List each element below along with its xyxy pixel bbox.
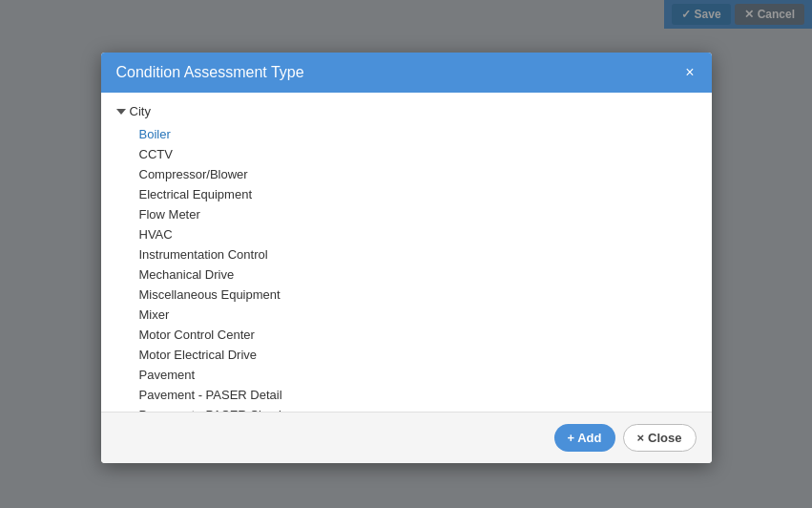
close-label: Close <box>648 431 681 445</box>
list-item[interactable]: Mechanical Drive <box>135 265 697 285</box>
list-item[interactable]: Pavement - PASER Simple <box>135 405 697 412</box>
list-item[interactable]: Motor Control Center <box>135 325 697 345</box>
city-group-label: City <box>130 104 151 118</box>
modal-footer: + Add × Close <box>101 412 712 463</box>
chevron-down-icon <box>116 109 126 115</box>
list-item[interactable]: Motor Electrical Drive <box>135 345 697 365</box>
list-item[interactable]: CCTV <box>135 144 697 164</box>
list-item[interactable]: HVAC <box>135 224 697 244</box>
modal-title: Condition Assessment Type <box>116 64 304 81</box>
items-list: BoilerCCTVCompressor/BlowerElectrical Eq… <box>116 124 697 412</box>
modal-header: Condition Assessment Type × <box>101 53 712 93</box>
list-item[interactable]: Boiler <box>135 124 697 144</box>
condition-assessment-modal: Condition Assessment Type × City BoilerC… <box>101 53 712 463</box>
list-item[interactable]: Instrumentation Control <box>135 244 697 265</box>
modal-body: City BoilerCCTVCompressor/BlowerElectric… <box>101 93 712 412</box>
list-item[interactable]: Compressor/Blower <box>135 164 697 184</box>
list-item[interactable]: Miscellaneous Equipment <box>135 285 697 305</box>
close-button[interactable]: × Close <box>623 424 697 452</box>
list-item[interactable]: Flow Meter <box>135 204 697 224</box>
add-button[interactable]: + Add <box>554 424 615 452</box>
modal-overlay: Condition Assessment Type × City BoilerC… <box>0 0 812 508</box>
close-x-icon: × <box>637 431 645 445</box>
list-item[interactable]: Pavement <box>135 365 697 385</box>
list-item[interactable]: Pavement - PASER Detail <box>135 385 697 405</box>
add-label: + Add <box>568 431 602 445</box>
city-group-header[interactable]: City <box>116 104 697 118</box>
list-item[interactable]: Mixer <box>135 305 697 325</box>
modal-close-button[interactable]: × <box>683 65 696 80</box>
list-item[interactable]: Electrical Equipment <box>135 184 697 204</box>
